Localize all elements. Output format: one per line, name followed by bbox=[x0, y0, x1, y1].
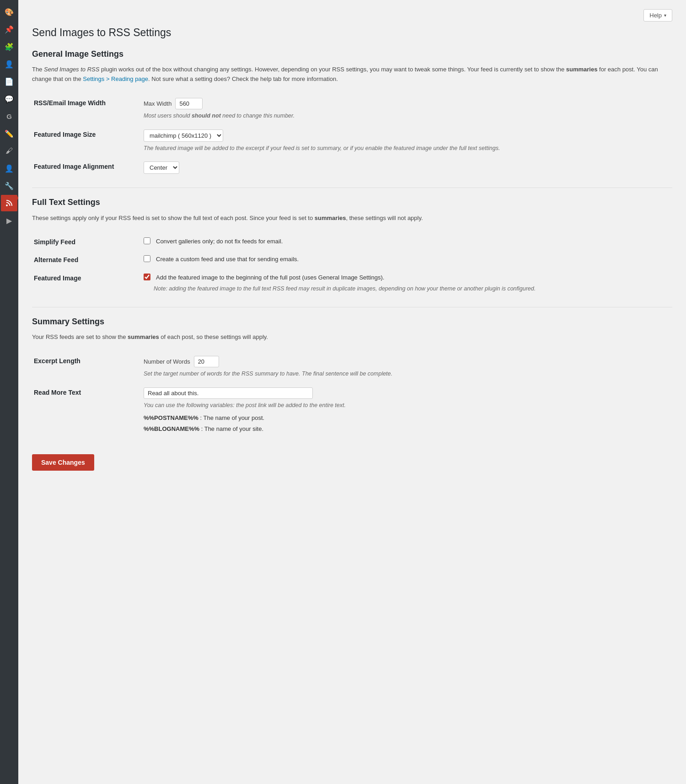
main-content: Help ▾ Send Images to RSS Settings Gener… bbox=[18, 0, 686, 784]
excerpt-length-hint: Set the target number of words for the R… bbox=[144, 370, 670, 378]
max-width-input[interactable] bbox=[175, 98, 203, 109]
sidebar: 🎨 📌 🧩 👤 📄 💬 G ✏️ 🖌 👤 🔧 ▶ bbox=[0, 0, 18, 784]
sidebar-icon-pen[interactable]: ✏️ bbox=[1, 125, 17, 142]
general-image-settings-desc: The Send Images to RSS plugin works out … bbox=[32, 65, 672, 84]
summaries-bold: summaries bbox=[566, 66, 598, 73]
alternate-feed-checkbox-label[interactable]: Create a custom feed and use that for se… bbox=[156, 255, 299, 264]
var1-line: %%POSTNAME%% : The name of your post. bbox=[144, 413, 670, 423]
alternate-feed-checkbox-row: Create a custom feed and use that for se… bbox=[144, 255, 670, 264]
excerpt-length-field: Number of Words Set the target number of… bbox=[142, 351, 672, 383]
featured-image-size-label: Featured Image Size bbox=[32, 125, 142, 157]
rss-email-width-row: RSS/Email Image Width Max Width Most use… bbox=[32, 93, 672, 125]
featured-image-fulltext-note: Note: adding the featured image to the f… bbox=[154, 285, 670, 293]
summary-settings-title: Summary Settings bbox=[32, 317, 672, 327]
var1-text: : The name of your post. bbox=[200, 414, 265, 421]
var2-bold: %%BLOGNAME%% bbox=[144, 425, 199, 432]
summary-settings-desc: Your RSS feeds are set to show the summa… bbox=[32, 333, 672, 342]
featured-image-fulltext-checkbox[interactable] bbox=[144, 274, 150, 280]
width-input-row: Max Width bbox=[144, 98, 670, 109]
save-changes-button[interactable]: Save Changes bbox=[32, 454, 94, 471]
alternate-feed-row: Alternate Feed Create a custom feed and … bbox=[32, 250, 672, 268]
sidebar-icon-puzzle[interactable]: 🧩 bbox=[1, 38, 17, 55]
excerpt-length-label: Excerpt Length bbox=[32, 351, 142, 383]
rss-email-width-field: Max Width Most users should should not n… bbox=[142, 93, 672, 125]
variables-block: %%POSTNAME%% : The name of your post. %%… bbox=[144, 413, 670, 435]
featured-image-alignment-field: Center Left Right None bbox=[142, 157, 672, 178]
excerpt-length-input-row: Number of Words bbox=[144, 356, 670, 367]
var2-line: %%BLOGNAME%% : The name of your site. bbox=[144, 424, 670, 434]
sidebar-icon-rss[interactable] bbox=[1, 195, 17, 211]
max-width-label: Max Width bbox=[144, 100, 172, 107]
sidebar-icon-pages[interactable]: 📄 bbox=[1, 73, 17, 90]
sidebar-icon-g[interactable]: G bbox=[1, 108, 17, 124]
svg-point-0 bbox=[6, 204, 8, 206]
page-title: Send Images to RSS Settings bbox=[32, 26, 672, 40]
featured-image-size-row: Featured Image Size mailchimp ( 560x1120… bbox=[32, 125, 672, 157]
sidebar-icon-person[interactable]: 👤 bbox=[1, 160, 17, 177]
excerpt-length-row: Excerpt Length Number of Words Set the t… bbox=[32, 351, 672, 383]
featured-image-fulltext-row: Featured Image Add the featured image to… bbox=[32, 268, 672, 298]
plugin-name-italic: Send Images to RSS bbox=[44, 66, 99, 73]
help-button-label: Help bbox=[649, 12, 662, 19]
simplify-feed-checkbox[interactable] bbox=[144, 237, 150, 244]
general-settings-table: RSS/Email Image Width Max Width Most use… bbox=[32, 93, 672, 179]
simplify-feed-checkbox-row: Convert galleries only; do not fix feeds… bbox=[144, 237, 670, 246]
featured-image-size-hint: The featured image will be added to the … bbox=[144, 144, 670, 153]
alternate-feed-checkbox[interactable] bbox=[144, 255, 150, 262]
var2-text: : The name of your site. bbox=[201, 425, 263, 432]
sidebar-icon-comment[interactable]: 💬 bbox=[1, 91, 17, 107]
read-more-text-label: Read More Text bbox=[32, 383, 142, 440]
read-more-text-row: Read More Text You can use the following… bbox=[32, 383, 672, 440]
sidebar-icon-paint[interactable]: 🎨 bbox=[1, 4, 17, 20]
sidebar-icon-user-circle[interactable]: 👤 bbox=[1, 56, 17, 72]
full-text-settings-table: Simplify Feed Convert galleries only; do… bbox=[32, 232, 672, 298]
simplify-feed-checkbox-label[interactable]: Convert galleries only; do not fix feeds… bbox=[156, 237, 283, 246]
featured-image-checkbox-row: Add the featured image to the beginning … bbox=[144, 273, 670, 282]
alternate-feed-label: Alternate Feed bbox=[32, 250, 142, 268]
save-changes-container: Save Changes bbox=[32, 440, 672, 471]
number-of-words-label: Number of Words bbox=[144, 358, 190, 365]
read-more-text-hint: You can use the following variables: the… bbox=[144, 401, 670, 410]
settings-reading-link[interactable]: Settings > Reading page bbox=[83, 75, 148, 82]
help-button[interactable]: Help ▾ bbox=[643, 9, 672, 21]
rss-email-width-label: RSS/Email Image Width bbox=[32, 93, 142, 125]
featured-image-alignment-row: Featured Image Alignment Center Left Rig… bbox=[32, 157, 672, 178]
featured-image-alignment-select[interactable]: Center Left Right None bbox=[144, 161, 179, 174]
alternate-feed-field: Create a custom feed and use that for se… bbox=[142, 250, 672, 268]
full-text-summaries-bold: summaries bbox=[315, 215, 346, 221]
featured-image-size-select[interactable]: mailchimp ( 560x1120 ) thumbnail medium … bbox=[144, 129, 223, 142]
featured-image-fulltext-label: Featured Image bbox=[32, 268, 142, 298]
sidebar-icon-wrench[interactable]: 🔧 bbox=[1, 177, 17, 194]
divider-1 bbox=[32, 188, 672, 188]
simplify-feed-label: Simplify Feed bbox=[32, 232, 142, 251]
summary-settings-table: Excerpt Length Number of Words Set the t… bbox=[32, 351, 672, 440]
read-more-text-field: You can use the following variables: the… bbox=[142, 383, 672, 440]
excerpt-length-input[interactable] bbox=[194, 356, 219, 367]
sidebar-icon-play[interactable]: ▶ bbox=[1, 212, 17, 229]
sidebar-icon-brush[interactable]: 🖌 bbox=[1, 143, 17, 159]
general-image-settings-title: General Image Settings bbox=[32, 49, 672, 59]
simplify-feed-field: Convert galleries only; do not fix feeds… bbox=[142, 232, 672, 251]
full-text-settings-title: Full Text Settings bbox=[32, 197, 672, 208]
read-more-text-input[interactable] bbox=[144, 387, 313, 399]
simplify-feed-row: Simplify Feed Convert galleries only; do… bbox=[32, 232, 672, 251]
help-chevron-icon: ▾ bbox=[664, 13, 666, 18]
featured-image-size-field: mailchimp ( 560x1120 ) thumbnail medium … bbox=[142, 125, 672, 157]
header-row: Help ▾ bbox=[32, 9, 672, 21]
featured-image-fulltext-checkbox-label[interactable]: Add the featured image to the beginning … bbox=[156, 273, 384, 282]
featured-image-fulltext-field: Add the featured image to the beginning … bbox=[142, 268, 672, 298]
sidebar-icon-pin[interactable]: 📌 bbox=[1, 21, 17, 38]
max-width-hint: Most users should should not need to cha… bbox=[144, 112, 670, 120]
summary-desc-bold: summaries bbox=[128, 333, 159, 340]
divider-2 bbox=[32, 307, 672, 307]
var1-bold: %%POSTNAME%% bbox=[144, 414, 198, 421]
featured-image-alignment-label: Featured Image Alignment bbox=[32, 157, 142, 178]
full-text-settings-desc: These settings apply only if your RSS fe… bbox=[32, 214, 672, 223]
